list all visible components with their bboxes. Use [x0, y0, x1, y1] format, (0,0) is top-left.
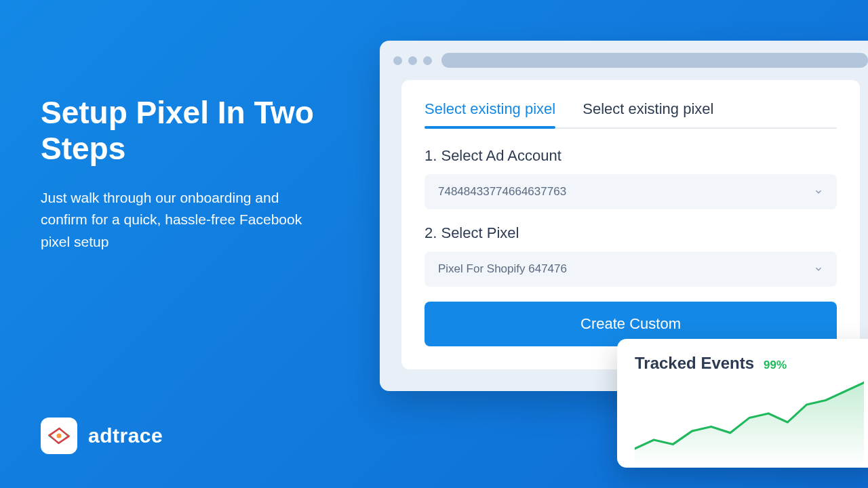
brand-name: adtrace — [88, 424, 163, 447]
browser-chrome — [380, 41, 868, 80]
setup-panel: Select existing pixel Select existing pi… — [401, 80, 860, 369]
tracked-events-title: Tracked Events — [635, 354, 754, 373]
brand-block: adtrace — [41, 418, 163, 454]
pixel-value: Pixel For Shopify 647476 — [438, 262, 567, 276]
chevron-down-icon — [814, 187, 823, 197]
tab-bar: Select existing pixel Select existing pi… — [425, 100, 837, 128]
ad-account-select[interactable]: 74848433774664637763 — [425, 174, 837, 209]
tracked-events-card: Tracked Events 99% — [617, 339, 868, 468]
url-bar — [441, 53, 868, 68]
tab-select-existing-active[interactable]: Select existing pixel — [425, 100, 555, 127]
chevron-down-icon — [814, 264, 823, 274]
brand-logo-icon — [41, 418, 77, 454]
svg-point-0 — [56, 433, 61, 438]
headline: Setup Pixel In Two Steps — [41, 95, 326, 167]
subheadline: Just walk through our onboarding and con… — [41, 187, 326, 253]
tab-select-existing[interactable]: Select existing pixel — [583, 100, 713, 127]
pixel-select[interactable]: Pixel For Shopify 647476 — [425, 251, 837, 287]
step2-label: 2. Select Pixel — [425, 224, 837, 242]
tracked-events-chart — [635, 378, 864, 466]
tracked-events-percent: 99% — [764, 359, 787, 372]
traffic-lights-icon — [393, 56, 432, 65]
ad-account-value: 74848433774664637763 — [438, 185, 566, 199]
step1-label: 1. Select Ad Account — [425, 147, 837, 165]
